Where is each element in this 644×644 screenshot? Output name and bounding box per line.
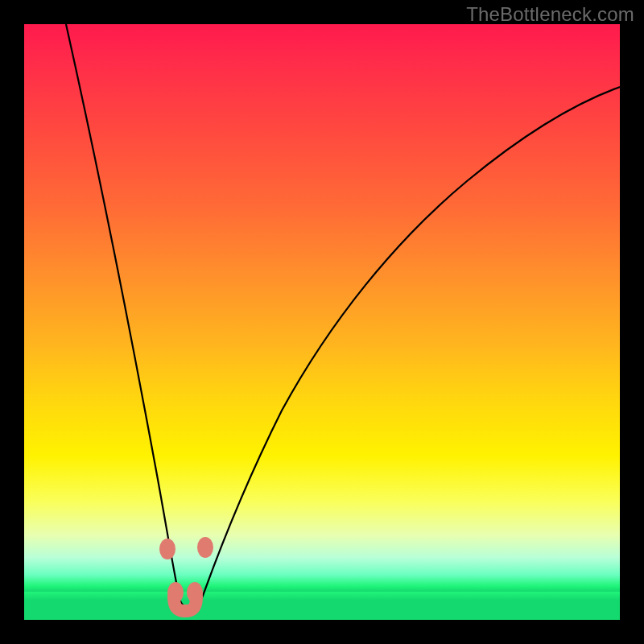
marker-dot-left-upper [159, 539, 175, 559]
curve-layer [24, 24, 620, 620]
watermark-label: TheBottleneck.com [466, 3, 634, 26]
bottleneck-curve [66, 24, 620, 607]
marker-dot-left-lower [167, 582, 184, 603]
plot-frame [24, 24, 620, 620]
marker-dot-right-lower [187, 582, 203, 603]
marker-dot-right-upper [197, 537, 213, 558]
